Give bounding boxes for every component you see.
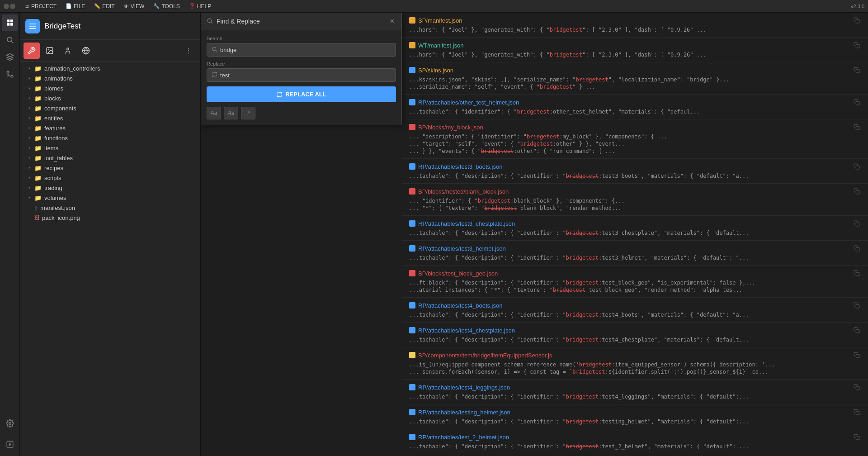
copy-result-btn[interactable]: [853, 351, 861, 359]
tree-item-items[interactable]: 📁 items: [20, 143, 200, 153]
result-filename-text: RP/attachables/test3_chestplate.json: [418, 220, 515, 227]
copy-result-btn[interactable]: [853, 433, 861, 441]
whole-word-btn[interactable]: Aa: [224, 107, 238, 119]
result-item-rp-attachables-test-2-helmet[interactable]: RP/attachables/test_2_helmet.json ...tac…: [402, 429, 868, 454]
result-filename-text: BP/components/item/bridge/itemEquippedSe…: [418, 352, 552, 359]
tree-item-components[interactable]: 📁 components: [20, 103, 200, 113]
svg-point-6: [11, 75, 13, 77]
svg-point-16: [188, 50, 189, 51]
search-input[interactable]: [220, 47, 391, 53]
find-replace-body: Search Replace: [201, 30, 401, 125]
tree-item-label: blocks: [44, 95, 61, 102]
tree-item-pack_icon.png[interactable]: 🖼 pack_icon.png: [20, 213, 200, 223]
menu-tools[interactable]: 🔧 TOOLS: [150, 2, 183, 10]
copy-result-btn[interactable]: [853, 123, 861, 131]
svg-rect-27: [856, 166, 859, 169]
svg-rect-30: [856, 247, 859, 251]
replace-group: Replace: [207, 61, 396, 82]
menu-project[interactable]: 🗂 PROJECT: [21, 2, 60, 10]
svg-point-7: [7, 71, 9, 73]
result-item-bp-blocks-my-block[interactable]: BP/blocks/my_block.json ... "description…: [402, 119, 868, 159]
result-item-bp-components-item-bridge-sensor[interactable]: BP/components/item/bridge/itemEquippedSe…: [402, 347, 868, 380]
activity-git[interactable]: [2, 66, 18, 82]
tree-item-animations[interactable]: 📁 animations: [20, 73, 200, 83]
replace-input[interactable]: [220, 72, 391, 79]
tree-item-recipes[interactable]: 📁 recipes: [20, 163, 200, 173]
tree-item-animation_controllers[interactable]: 📁 animation_controllers: [20, 63, 200, 73]
result-filename-row: SP/skins.json: [409, 66, 861, 74]
svg-rect-25: [856, 101, 859, 105]
result-filename-text: RP/attachables/test4_chestplate.json: [418, 327, 515, 334]
copy-result-btn[interactable]: [853, 301, 861, 309]
file-type-icon: [409, 302, 415, 309]
menu-view[interactable]: 👁 VIEW: [120, 2, 148, 10]
replace-all-button[interactable]: REPLACE ALL: [207, 86, 396, 102]
result-item-rp-attachables-test3-chestplate[interactable]: RP/attachables/test3_chestplate.json ...…: [402, 216, 868, 241]
primary-tool-btn[interactable]: [24, 43, 40, 59]
help-icon: ❓: [189, 3, 195, 9]
activity-extensions[interactable]: [2, 49, 18, 65]
result-item-rp-attachables-test4-leggings[interactable]: RP/attachables/test4_leggings.json ...ta…: [402, 380, 868, 404]
result-filename-text: RP/attachables/test3_boots.json: [418, 163, 502, 170]
more-tool-btn[interactable]: [180, 43, 197, 59]
result-item-rp-attachables-testing-helmet[interactable]: RP/attachables/testing_helmet.json ...ta…: [402, 404, 868, 429]
tree-item-functions[interactable]: 📁 functions: [20, 133, 200, 143]
copy-result-btn[interactable]: [853, 326, 861, 334]
figure-tool-btn[interactable]: [60, 43, 76, 59]
menu-edit[interactable]: ✏️ EDIT: [90, 2, 118, 10]
tree-item-features[interactable]: 📁 features: [20, 123, 200, 133]
result-filename-text: BP/blocks/test_block_geo.json: [418, 270, 498, 277]
result-item-bp-blocks-test-block-geo[interactable]: BP/blocks/test_block_geo.json ...ft:bloc…: [402, 266, 868, 298]
find-replace-close-btn[interactable]: ×: [388, 16, 396, 26]
result-item-wt-manifest[interactable]: WT/manifest.json ...hors": { "Joel" }, "…: [402, 38, 868, 62]
menu-help[interactable]: ❓ HELP: [185, 2, 215, 10]
copy-result-btn[interactable]: [853, 219, 861, 228]
tree-item-blocks[interactable]: 📁 blocks: [20, 93, 200, 103]
svg-rect-28: [856, 190, 859, 194]
globe-tool-btn[interactable]: [78, 43, 94, 59]
activity-plugins[interactable]: [2, 436, 18, 452]
result-line: ...tachable": { "description": { "identi…: [409, 336, 861, 343]
copy-result-btn[interactable]: [853, 408, 861, 416]
file-type-icon: [409, 327, 415, 333]
result-item-sp-skins[interactable]: SP/skins.json ...ks/skins.json", "skins"…: [402, 62, 868, 95]
copy-result-btn[interactable]: [853, 41, 861, 49]
case-sensitive-btn[interactable]: Aa: [207, 107, 221, 119]
copy-result-btn[interactable]: [853, 269, 861, 277]
copy-result-btn[interactable]: [853, 66, 861, 74]
tree-item-scripts[interactable]: 📁 scripts: [20, 173, 200, 183]
result-line: ...hors": { "Joel" }, "generated_with": …: [409, 51, 861, 58]
menu-file[interactable]: 📄 FILE: [62, 2, 89, 10]
tree-item-loot_tables[interactable]: 📁 loot_tables: [20, 153, 200, 163]
sidebar-header: BridgeTest: [20, 13, 200, 40]
tree-item-manifest.json[interactable]: {} manifest.json: [20, 203, 200, 213]
svg-point-18: [208, 19, 211, 22]
result-item-rp-attachables-test4-boots[interactable]: RP/attachables/test4_boots.json ...tacha…: [402, 298, 868, 323]
tree-item-biomes[interactable]: 📁 biomes: [20, 83, 200, 93]
tree-item-volumes[interactable]: 📁 volumes: [20, 193, 200, 203]
tree-item-entities[interactable]: 📁 entities: [20, 113, 200, 123]
copy-result-btn[interactable]: [853, 383, 861, 391]
tree-item-trading[interactable]: 📁 trading: [20, 183, 200, 193]
activity-explorer[interactable]: [2, 14, 18, 31]
copy-result-btn[interactable]: [853, 244, 861, 252]
result-filename-row: RP/attachables/test4_leggings.json: [409, 383, 861, 391]
tree-item-label: volumes: [44, 195, 66, 201]
result-item-rp-attachables-other-test-helmet[interactable]: RP/attachables/other_test_helmet.json ..…: [402, 95, 868, 119]
copy-result-btn[interactable]: [853, 162, 861, 171]
file-type-icon: [409, 245, 415, 252]
regex-btn[interactable]: .*: [241, 107, 255, 119]
result-item-bp-blocks-nested-blank-block[interactable]: BP/blocks/nested/blank_block.json ... "i…: [402, 184, 868, 216]
copy-result-btn[interactable]: [853, 98, 861, 106]
copy-result-btn[interactable]: [853, 16, 861, 24]
file-type-icon: [409, 163, 415, 170]
result-item-rp-attachables-test4-chestplate[interactable]: RP/attachables/test4_chestplate.json ...…: [402, 323, 868, 347]
result-item-rp-attachables-test3-helmet[interactable]: RP/attachables/test3_helmet.json ...tach…: [402, 241, 868, 266]
result-item-rp-attachables-test3-boots[interactable]: RP/attachables/test3_boots.json ...tacha…: [402, 159, 868, 184]
copy-result-btn[interactable]: [853, 187, 861, 195]
image-tool-btn[interactable]: [42, 43, 58, 59]
result-item-sp-manifest[interactable]: SP/manifest.json ...hors": { "Joel" }, "…: [402, 13, 868, 38]
activity-search[interactable]: [2, 32, 18, 48]
activity-settings[interactable]: [2, 415, 18, 432]
result-item-rp-attachables-test-chestplate[interactable]: RP/attachables/test_chestplate.json ...t…: [402, 454, 868, 456]
